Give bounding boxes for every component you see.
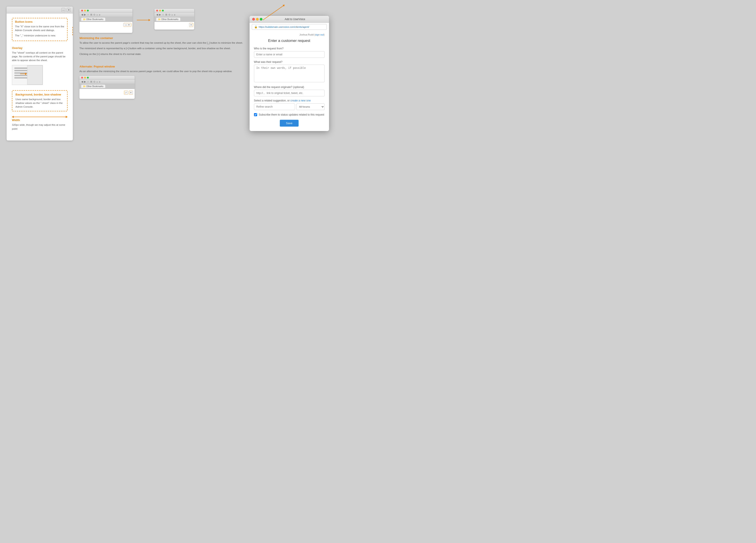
sheet-buttons-indicator: — ✕	[123, 23, 131, 27]
traffic-light-yellow-1	[84, 10, 86, 11]
diagonal-arrow-head	[282, 3, 286, 7]
uv-request-textarea[interactable]	[254, 65, 325, 82]
uv-main-title: Enter a customer request	[254, 39, 325, 43]
nav-icon-2: ⊙	[168, 13, 170, 16]
mini-browser-2-titlebar	[154, 9, 194, 13]
folder-icon-p: 📁	[83, 85, 86, 88]
bg-border-title: Background, border, box-shadow	[15, 93, 64, 96]
uv-titlebar: Add to UserVoice	[250, 16, 329, 23]
sheet-minimize-label: —	[125, 24, 127, 26]
minimize-button[interactable]: —	[61, 8, 65, 12]
mini-browser-1-content: — ✕	[79, 22, 132, 33]
folder-icon-1: 📁	[83, 18, 86, 21]
popout-tabbar: 📁 Other Bookmarks	[79, 84, 135, 89]
traffic-light-red-2	[156, 10, 158, 11]
forward-icon-p: ▶	[84, 80, 86, 83]
popout-close-button[interactable]: ✕	[129, 91, 133, 95]
dots-icon-1: »	[96, 13, 98, 16]
width-title: Width	[12, 119, 68, 122]
uv-signout-link[interactable]: sign out	[315, 33, 324, 36]
overlay-arrow-line	[20, 74, 27, 74]
uv-save-button[interactable]: Save	[280, 120, 299, 127]
menu-icon-p: ≡	[99, 81, 100, 83]
close-button[interactable]: ✕	[67, 8, 71, 12]
popout-tl-yellow	[84, 77, 86, 79]
uv-subscribe-checkbox[interactable]	[254, 113, 257, 116]
secure-icon: 🔒	[254, 25, 258, 28]
mini-browser-1: ◀ ▶ ☆ ⊞ ⊙ » ≡ 📁 Other Bookmarks	[79, 9, 132, 33]
back-icon-2: ◀	[156, 13, 158, 16]
tab-label-p: Other Bookmarks	[86, 85, 103, 88]
alternate-title: Alternate: Popout window	[79, 65, 243, 68]
middle-column: ◀ ▶ ☆ ⊞ ⊙ » ≡ 📁 Other Bookmarks	[79, 7, 243, 99]
popout-browser-content: ⤢ ✕	[79, 89, 135, 99]
uv-checkbox-row: Subscribe them to status updates related…	[254, 113, 325, 116]
mini-browser-1-traffic-lights	[81, 10, 89, 11]
extension-icon-1: ⊞	[90, 13, 92, 16]
mini-browser-2: ◀ ▶ ☆ ⊞ ⊙ » ≡ 📁 Other Bookmarks	[154, 9, 194, 30]
mini-browser-2-tab: 📁 Other Bookmarks	[156, 18, 180, 21]
bg-border-text: Uses same background, border and box sha…	[15, 98, 64, 109]
mini-browser-2-content: +	[154, 22, 194, 30]
uv-origin-label: Where did the request originate? (option…	[254, 86, 325, 89]
uv-origin-input[interactable]	[254, 90, 325, 96]
uv-related-text: Select a related suggestion, or	[254, 99, 290, 102]
browsers-arrow-head	[149, 19, 151, 21]
close-icon: ✕	[68, 9, 70, 11]
alternate-text: As an alternative the minimizing the she…	[79, 70, 243, 73]
popout-expand-button[interactable]: ⤢	[124, 91, 128, 95]
folder-icon-2: 📁	[158, 18, 161, 21]
back-icon-p: ◀	[81, 80, 83, 83]
panel-header: — ✕	[7, 7, 73, 13]
popout-traffic-lights	[81, 77, 89, 79]
forward-icon-2: ▶	[159, 13, 161, 16]
mini-browser-1-tabbar: 📁 Other Bookmarks	[79, 17, 132, 22]
uv-forum-select[interactable]: All forumsProduct FeedbackGeneral	[296, 104, 325, 110]
left-column: — ✕ Button icons The "X" close icon is t…	[7, 7, 73, 141]
overlay-title: Overlay	[12, 46, 68, 50]
minimizing-text: To allow the user to access the parent p…	[79, 41, 243, 56]
tab-label-1: Other Bookmarks	[86, 18, 103, 21]
mockup-sheet-overlay	[27, 65, 43, 85]
uv-from-label: Who is the request from?	[254, 47, 325, 50]
bg-border-section: Background, border, box-shadow Uses same…	[12, 90, 68, 112]
width-arrow	[12, 117, 68, 117]
traffic-light-green-1	[87, 10, 89, 11]
mini-browser-1-tab: 📁 Other Bookmarks	[81, 18, 105, 21]
width-section: Width 320px wide, though we may adjust t…	[12, 117, 68, 131]
mini-browser-2-traffic-lights	[156, 10, 164, 11]
bg-border-box: Background, border, box-shadow Uses same…	[12, 90, 68, 112]
dots-icon-2: »	[171, 13, 173, 16]
mini-browser-1-toolbar: ◀ ▶ ☆ ⊞ ⊙ » ≡	[79, 13, 132, 17]
overlay-section: Overlay The "sheet" overlays all content…	[12, 46, 68, 85]
popout-tab: 📁 Other Bookmarks	[81, 85, 105, 88]
uv-refine-search-input[interactable]	[254, 104, 295, 110]
overlay-mockup	[12, 65, 43, 85]
browsers-arrow	[137, 20, 150, 20]
uv-tl-yellow	[256, 18, 259, 21]
nav-icon-p: ⊙	[93, 80, 95, 83]
extension-icon-2: ⊞	[165, 13, 167, 16]
minimize-icon: —	[62, 9, 65, 11]
popout-toolbar: ◀ ▶ ☆ ⊞ ⊙ » ≡	[79, 80, 135, 84]
mini-browser-2-tabbar: 📁 Other Bookmarks	[154, 17, 194, 22]
button-icons-section: Button icons The "X" close icon is the s…	[12, 18, 68, 41]
bookmark-icon-p: ☆	[87, 80, 89, 83]
popout-tl-green	[87, 77, 89, 79]
back-icon-1: ◀	[81, 13, 83, 16]
width-text: 320px wide, though we may adjust this at…	[12, 123, 68, 131]
bookmark-icon-1: ☆	[87, 13, 89, 16]
minimized-expand-button[interactable]: +	[189, 23, 193, 27]
minimizing-section: Minimizing the container To allow the us…	[79, 36, 243, 56]
extension-icon-p: ⊞	[90, 80, 92, 83]
forward-icon-1: ▶	[84, 13, 86, 16]
uservoice-dialog: Add to UserVoice 🔒 https://subdomain.use…	[250, 16, 329, 131]
uv-create-new-link[interactable]: create a new one	[290, 99, 311, 102]
popout-buttons: ⤢ ✕	[124, 91, 133, 95]
browsers-arrow-line	[137, 20, 150, 20]
uv-from-input[interactable]	[254, 51, 325, 58]
overlay-arrow	[20, 74, 27, 74]
tab-label-2: Other Bookmarks	[161, 18, 179, 21]
uv-traffic-lights	[252, 18, 262, 21]
popout-browser-titlebar	[79, 76, 135, 80]
